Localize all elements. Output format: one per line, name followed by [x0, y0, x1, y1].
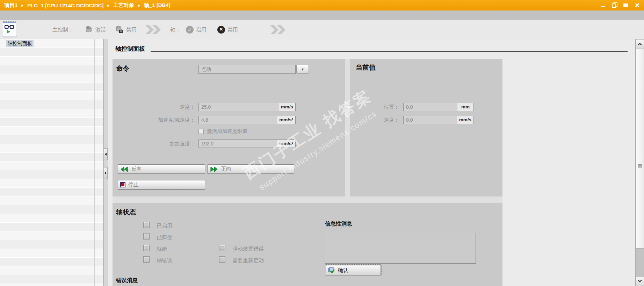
tia-portal-window: 项目1 ▶ PLC_1 [CPU 1214C DC/DC/DC] ▶ 工艺对象 … — [0, 0, 644, 286]
breadcrumb-tech-objects[interactable]: 工艺对象 — [113, 2, 134, 9]
double-arrow-left-icon — [120, 166, 129, 172]
restore-icon — [612, 2, 617, 8]
status-enabled-label: 已启用 — [157, 223, 172, 229]
status-ready-indicator — [143, 245, 150, 251]
monitor-button[interactable] — [3, 22, 16, 36]
minimize-icon — [601, 6, 605, 7]
page-title: 轴控制面板 — [115, 45, 145, 53]
velocity-label: 速度： — [113, 103, 195, 110]
status-homed-indicator — [143, 233, 150, 239]
status-axis-error-indicator — [143, 256, 150, 263]
scrollbar-track[interactable] — [636, 249, 644, 276]
jerk-value: 192.0 — [201, 140, 214, 148]
triangle-right-icon — [105, 172, 107, 174]
position-value: 0.0 — [406, 103, 413, 111]
position-unit: mm — [457, 103, 473, 111]
acceleration-value: 4.8 — [201, 116, 208, 124]
current-values-panel: 当前值 位置： 0.0 mm 速度： 0.0 mm/s — [350, 59, 502, 196]
breadcrumb-separator-icon: ▶ — [138, 3, 140, 7]
info-messages-label: 信息性消息 — [325, 220, 352, 228]
jerk-input[interactable]: 192.0 mm/s³ — [198, 140, 296, 148]
sidebar-item-axis-control-panel[interactable]: 轴控制面板 — [0, 39, 103, 48]
axis-enable-label: 启用 — [196, 27, 207, 33]
command-mode-select[interactable]: 点动 ▼ — [198, 65, 309, 74]
current-values-heading: 当前值 — [356, 63, 376, 72]
collapse-right-button[interactable] — [104, 167, 108, 179]
master-deactivate-label: 禁用 — [126, 27, 137, 33]
status-drive-error-indicator — [219, 245, 225, 251]
axis-disable-label: 禁用 — [227, 27, 238, 33]
master-control-label: 主控制： — [52, 27, 73, 33]
hand-deactivate-icon — [115, 26, 124, 34]
double-arrow-right-icon — [210, 166, 218, 172]
scrollbar-thumb[interactable] — [636, 49, 644, 249]
collapse-left-button[interactable] — [104, 148, 108, 160]
page-title-row: 轴控制面板 — [115, 45, 628, 53]
panel-gap — [345, 59, 350, 196]
breadcrumb-plc[interactable]: PLC_1 [CPU 1214C DC/DC/DC] — [27, 2, 103, 8]
jerk-limit-row: 激活加加速度限值 — [198, 128, 247, 135]
backward-button[interactable]: 反向 — [118, 164, 205, 174]
status-restart-required-indicator — [219, 256, 225, 263]
title-rule — [151, 51, 628, 52]
current-velocity-readout: 0.0 mm/s — [403, 116, 474, 124]
info-message-box — [325, 233, 476, 264]
title-bar: 项目1 ▶ PLC_1 [CPU 1214C DC/DC/DC] ▶ 工艺对象 … — [0, 0, 644, 10]
toolbar-separator — [31, 22, 31, 37]
sidebar-item-label: 轴控制面板 — [6, 40, 34, 47]
status-homed-label: 已归位 — [157, 234, 172, 241]
maximize-icon — [623, 3, 628, 7]
forward-button-label: 正向 — [221, 166, 231, 172]
close-button[interactable] — [634, 2, 640, 8]
enable-check-icon: ✓ — [186, 26, 194, 34]
axis-control-toolbar: 主控制： 激活 — [0, 20, 644, 39]
sidebar-divider — [94, 39, 95, 286]
status-restart-required-label: 需要重新启动 — [232, 257, 264, 264]
minimize-button[interactable] — [601, 2, 606, 8]
current-velocity-value: 0.0 — [406, 116, 413, 124]
window-substrip — [0, 10, 644, 20]
chevrons-icon — [270, 24, 287, 35]
status-drive-error-label: 驱动装置错误 — [232, 246, 264, 252]
breadcrumb-project[interactable]: 项目1 — [4, 2, 17, 9]
acknowledge-button-label: 确认 — [338, 267, 348, 274]
monitor-glasses-icon — [4, 24, 15, 34]
master-activate-label: 激活 — [95, 27, 106, 33]
scroll-down-button[interactable] — [636, 276, 644, 286]
forward-button[interactable]: 正向 — [207, 164, 294, 174]
current-velocity-label: 速度： — [350, 116, 399, 123]
jerk-limit-label: 激活加加速度限值 — [207, 128, 247, 135]
restore-button[interactable] — [612, 2, 617, 8]
current-velocity-unit: mm/s — [457, 116, 473, 124]
velocity-value: 25.0 — [201, 103, 211, 111]
triangle-left-icon — [105, 153, 107, 156]
acceleration-unit: mm/s² — [277, 116, 295, 124]
master-activate-button[interactable]: 激活 — [85, 25, 106, 35]
pane-splitter[interactable] — [103, 39, 108, 286]
status-enabled-indicator — [143, 222, 150, 228]
section-gap — [113, 196, 502, 203]
axis-disable-button[interactable]: × 禁用 — [217, 25, 238, 35]
position-readout: 0.0 mm — [403, 103, 474, 111]
acceleration-input[interactable]: 4.8 mm/s² — [198, 116, 296, 124]
axis-control-panel-main: 轴控制面板 命令 点动 ▼ 速度： 25.0 mm/s — [108, 39, 635, 286]
jerk-limit-checkbox[interactable] — [198, 129, 204, 134]
vertical-scrollbar[interactable] — [635, 39, 644, 286]
axis-enable-button[interactable]: ✓ 启用 — [186, 25, 207, 35]
stop-button[interactable]: 停止 — [118, 180, 205, 190]
breadcrumb-separator-icon: ▶ — [107, 3, 110, 7]
stop-button-label: 停止 — [128, 181, 139, 188]
axis-status-panel: 轴状态 已启用 已归位 就绪 轴错误 驱动装置错误 需要重新启动 信息性消息 — [113, 203, 502, 286]
master-deactivate-button[interactable]: 禁用 — [115, 25, 137, 35]
breadcrumb-axis-db[interactable]: 轴_1 [DB4] — [144, 2, 171, 9]
error-messages-label: 错误消息 — [116, 277, 138, 284]
status-axis-error-label: 轴错误 — [157, 257, 172, 264]
scroll-up-button[interactable] — [636, 39, 644, 49]
chevrons-icon — [145, 24, 162, 35]
acknowledge-button[interactable]: 确认 — [326, 265, 381, 276]
maximize-button[interactable] — [623, 2, 629, 8]
backward-button-label: 反向 — [131, 166, 142, 172]
chevron-down-icon[interactable]: ▼ — [296, 65, 309, 74]
command-panel: 命令 点动 ▼ 速度： 25.0 mm/s 加速度/减速度： 4.8 — [113, 59, 345, 196]
velocity-input[interactable]: 25.0 mm/s — [198, 103, 296, 111]
